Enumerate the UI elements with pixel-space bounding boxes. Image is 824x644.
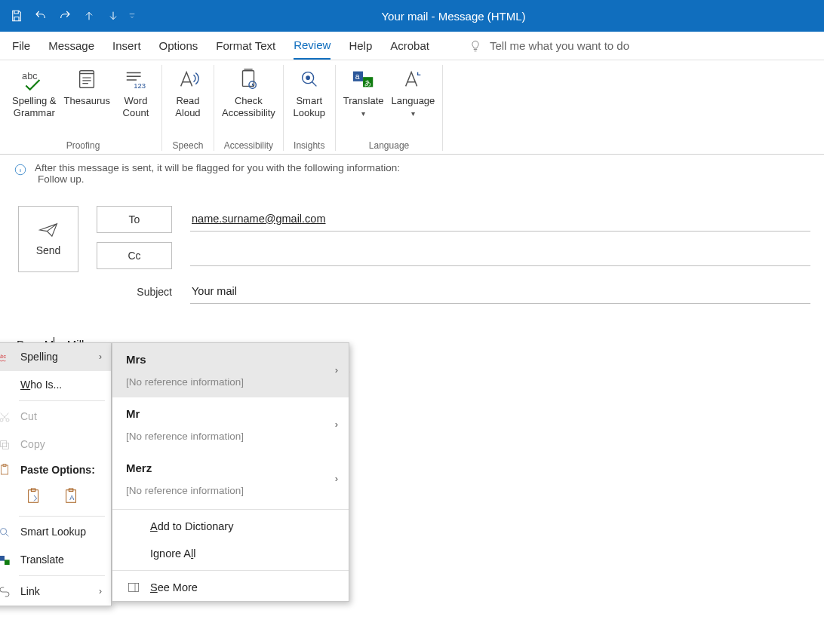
ribbon-group-language: aあ Translate▾ Language▾ Language — [336, 60, 443, 154]
paste-text-only-button[interactable]: A — [60, 484, 84, 508]
svg-point-14 — [6, 419, 9, 422]
ribbon-group-accessibility: Check Accessibility Accessibility — [214, 60, 283, 154]
context-menu: abc Spelling › Who Is... Cut Copy Paste … — [0, 342, 112, 606]
svg-rect-15 — [2, 443, 8, 449]
undo-icon[interactable] — [30, 5, 51, 26]
next-item-icon[interactable] — [103, 5, 124, 26]
link-icon — [0, 587, 11, 597]
tell-me-label: Tell me what you want to do — [490, 39, 629, 52]
translate-button[interactable]: aあ Translate▾ — [340, 63, 387, 121]
window-title: Your mail - Message (HTML) — [143, 10, 824, 23]
ctx-paste-options: A — [0, 481, 111, 514]
svg-rect-27 — [128, 584, 138, 592]
svg-rect-17 — [1, 465, 8, 474]
ctx-cut: Cut — [0, 403, 111, 431]
clipboard-text-icon: A — [63, 487, 80, 505]
see-more[interactable]: See More — [112, 574, 349, 601]
spelling-suggestion-0[interactable]: Mrs [No reference information] › — [112, 343, 349, 397]
compose-header: Send To name.surname@gmail.com Cc Subjec… — [0, 192, 824, 320]
pane-icon — [128, 582, 140, 593]
translate-icon — [0, 554, 11, 566]
quick-access-toolbar — [0, 5, 143, 26]
tab-format-text[interactable]: Format Text — [216, 32, 275, 60]
clipboard-paste-icon — [26, 487, 42, 505]
tab-help[interactable]: Help — [349, 32, 372, 60]
smart-lookup-icon — [298, 68, 321, 90]
clipboard-icon — [0, 463, 11, 477]
ribbon-group-proofing: abc Spelling & Grammar Thesaurus 123 Wor… — [5, 60, 161, 154]
svg-rect-26 — [5, 560, 10, 565]
thesaurus-button[interactable]: Thesaurus — [61, 63, 113, 109]
chevron-down-icon: ▾ — [411, 109, 415, 118]
translate-icon: aあ — [352, 68, 376, 90]
svg-text:abc: abc — [0, 353, 7, 358]
ribbon-group-speech: Read Aloud Speech — [162, 60, 214, 154]
smart-lookup-button[interactable]: Smart Lookup — [288, 63, 331, 121]
svg-rect-19 — [29, 490, 38, 503]
copy-icon — [0, 439, 11, 451]
read-aloud-button[interactable]: Read Aloud — [167, 63, 209, 121]
tab-options[interactable]: Options — [159, 32, 198, 60]
spellcheck-icon: abc — [21, 68, 47, 90]
language-icon — [401, 68, 424, 90]
title-bar: Your mail - Message (HTML) — [0, 0, 824, 32]
chevron-right-icon: › — [335, 470, 338, 489]
tab-review[interactable]: Review — [294, 32, 331, 60]
to-field[interactable]: name.surname@gmail.com — [190, 208, 810, 232]
chevron-right-icon: › — [335, 416, 338, 434]
spellcheck-icon: abc — [0, 352, 11, 363]
tab-file[interactable]: File — [12, 32, 30, 60]
wordcount-icon: 123 — [124, 68, 148, 90]
to-button[interactable]: To — [97, 206, 172, 233]
ctx-paste-options-header: Paste Options: — [0, 458, 111, 481]
redo-icon[interactable] — [54, 5, 75, 26]
followup-info-bar: After this message is sent, it will be f… — [0, 155, 824, 192]
word-count-button[interactable]: 123 Word Count — [115, 63, 157, 121]
save-icon[interactable] — [6, 5, 27, 26]
tab-acrobat[interactable]: Acrobat — [390, 32, 429, 60]
add-to-dictionary[interactable]: Add to Dictionary — [112, 513, 349, 540]
cc-button[interactable]: Cc — [97, 242, 172, 269]
chevron-right-icon: › — [99, 348, 102, 366]
spelling-grammar-button[interactable]: abc Spelling & Grammar — [9, 63, 60, 121]
ribbon-tabs: File Message Insert Options Format Text … — [0, 32, 824, 60]
tab-insert[interactable]: Insert — [112, 32, 141, 60]
to-recipient[interactable]: name.surname@gmail.com — [192, 213, 326, 225]
subject-field[interactable]: Your mail — [190, 281, 810, 304]
svg-text:abc: abc — [22, 70, 38, 81]
ctx-link[interactable]: Link › — [0, 578, 111, 606]
svg-rect-16 — [1, 440, 7, 446]
paste-keep-source-button[interactable] — [22, 484, 46, 508]
chevron-right-icon: › — [99, 583, 102, 600]
ctx-who-is[interactable]: Who Is... — [0, 371, 111, 399]
chevron-right-icon: › — [335, 361, 338, 380]
info-text: After this message is sent, it will be f… — [35, 162, 400, 173]
svg-text:あ: あ — [364, 78, 371, 87]
previous-item-icon[interactable] — [78, 5, 100, 26]
cut-icon — [0, 411, 11, 423]
tab-message[interactable]: Message — [48, 32, 94, 60]
ctx-copy: Copy — [0, 431, 111, 458]
svg-text:123: 123 — [134, 81, 146, 90]
ctx-spelling[interactable]: abc Spelling › — [0, 343, 111, 371]
ribbon-body: abc Spelling & Grammar Thesaurus 123 Wor… — [0, 60, 824, 155]
check-accessibility-button[interactable]: Check Accessibility — [219, 63, 278, 121]
info-subtext: Follow up. — [38, 173, 400, 185]
message-body[interactable]: Dear Mrz Miller, Thank you for your mail… — [0, 320, 824, 391]
tell-me-search[interactable]: Tell me what you want to do — [469, 39, 629, 53]
ctx-translate[interactable]: Translate — [0, 546, 111, 574]
search-icon — [0, 526, 11, 538]
qat-customize-icon[interactable] — [127, 5, 137, 26]
spelling-suggestion-1[interactable]: Mr [No reference information] › — [112, 397, 349, 452]
ctx-smart-lookup[interactable]: Smart Lookup — [0, 518, 111, 546]
ribbon-group-insights: Smart Lookup Insights — [284, 60, 335, 154]
svg-text:A: A — [69, 495, 75, 502]
spelling-suggestion-2[interactable]: Merz [No reference information] › — [112, 452, 349, 506]
language-button[interactable]: Language▾ — [388, 63, 438, 121]
send-button[interactable]: Send — [18, 206, 78, 272]
cc-field[interactable] — [190, 245, 810, 266]
lightbulb-icon — [469, 39, 482, 53]
ignore-all[interactable]: Ignore All — [112, 540, 349, 567]
info-icon — [14, 163, 27, 176]
thesaurus-icon — [75, 68, 98, 90]
